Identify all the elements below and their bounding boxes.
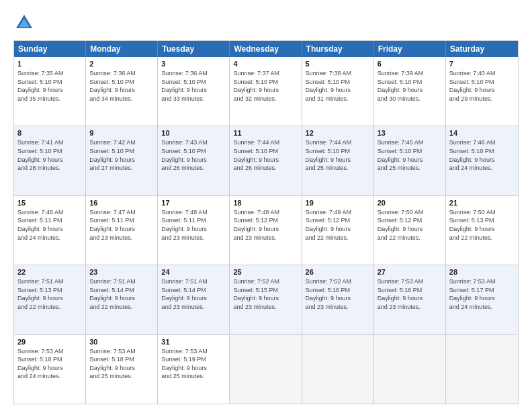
calendar-cell: 5Sunrise: 7:38 AM Sunset: 5:10 PM Daylig… <box>302 57 374 126</box>
day-number: 20 <box>378 199 442 207</box>
day-number: 17 <box>161 199 226 207</box>
calendar-cell: 26Sunrise: 7:52 AM Sunset: 5:16 PM Dayli… <box>302 265 374 334</box>
calendar-cell <box>302 335 374 404</box>
day-info: Sunrise: 7:42 AM Sunset: 5:10 PM Dayligh… <box>89 138 154 172</box>
calendar-cell: 27Sunrise: 7:53 AM Sunset: 5:16 PM Dayli… <box>374 265 446 334</box>
calendar-cell: 15Sunrise: 7:46 AM Sunset: 5:11 PM Dayli… <box>14 196 86 265</box>
calendar-cell: 23Sunrise: 7:51 AM Sunset: 5:14 PM Dayli… <box>86 265 158 334</box>
calendar-header-cell: Wednesday <box>230 41 302 57</box>
day-number: 22 <box>17 268 82 276</box>
day-info: Sunrise: 7:53 AM Sunset: 5:18 PM Dayligh… <box>17 347 82 381</box>
day-number: 24 <box>161 268 226 276</box>
calendar-cell: 1Sunrise: 7:35 AM Sunset: 5:10 PM Daylig… <box>14 57 86 126</box>
day-number: 26 <box>306 268 370 276</box>
calendar-cell: 24Sunrise: 7:51 AM Sunset: 5:14 PM Dayli… <box>158 265 230 334</box>
logo <box>13 12 38 34</box>
calendar-header-cell: Sunday <box>14 41 86 57</box>
day-number: 27 <box>378 268 442 276</box>
day-info: Sunrise: 7:36 AM Sunset: 5:10 PM Dayligh… <box>161 69 226 103</box>
calendar: SundayMondayTuesdayWednesdayThursdayFrid… <box>13 40 519 404</box>
calendar-cell: 8Sunrise: 7:41 AM Sunset: 5:10 PM Daylig… <box>14 126 86 195</box>
calendar-cell: 21Sunrise: 7:50 AM Sunset: 5:13 PM Dayli… <box>446 196 518 265</box>
calendar-week: 1Sunrise: 7:35 AM Sunset: 5:10 PM Daylig… <box>14 57 518 126</box>
day-number: 19 <box>306 199 370 207</box>
day-number: 16 <box>89 199 154 207</box>
day-number: 2 <box>89 60 154 68</box>
day-info: Sunrise: 7:46 AM Sunset: 5:11 PM Dayligh… <box>17 208 82 242</box>
day-info: Sunrise: 7:35 AM Sunset: 5:10 PM Dayligh… <box>17 69 82 103</box>
calendar-cell: 31Sunrise: 7:53 AM Sunset: 5:19 PM Dayli… <box>158 335 230 404</box>
calendar-cell: 3Sunrise: 7:36 AM Sunset: 5:10 PM Daylig… <box>158 57 230 126</box>
page: SundayMondayTuesdayWednesdayThursdayFrid… <box>0 0 532 411</box>
calendar-week: 15Sunrise: 7:46 AM Sunset: 5:11 PM Dayli… <box>14 195 518 265</box>
calendar-cell <box>446 335 518 404</box>
day-number: 7 <box>449 60 515 68</box>
calendar-cell: 9Sunrise: 7:42 AM Sunset: 5:10 PM Daylig… <box>86 126 158 195</box>
day-info: Sunrise: 7:37 AM Sunset: 5:10 PM Dayligh… <box>233 69 298 103</box>
day-number: 4 <box>233 60 298 68</box>
calendar-cell: 18Sunrise: 7:48 AM Sunset: 5:12 PM Dayli… <box>230 196 302 265</box>
header <box>13 12 519 34</box>
calendar-cell: 22Sunrise: 7:51 AM Sunset: 5:13 PM Dayli… <box>14 265 86 334</box>
calendar-cell: 4Sunrise: 7:37 AM Sunset: 5:10 PM Daylig… <box>230 57 302 126</box>
day-info: Sunrise: 7:51 AM Sunset: 5:13 PM Dayligh… <box>17 277 82 311</box>
day-number: 6 <box>378 60 442 68</box>
calendar-header-cell: Tuesday <box>158 41 230 57</box>
day-info: Sunrise: 7:52 AM Sunset: 5:15 PM Dayligh… <box>233 277 298 311</box>
day-info: Sunrise: 7:39 AM Sunset: 5:10 PM Dayligh… <box>378 69 442 103</box>
calendar-cell: 28Sunrise: 7:53 AM Sunset: 5:17 PM Dayli… <box>446 265 518 334</box>
day-number: 28 <box>449 268 515 276</box>
calendar-cell: 25Sunrise: 7:52 AM Sunset: 5:15 PM Dayli… <box>230 265 302 334</box>
calendar-cell: 20Sunrise: 7:50 AM Sunset: 5:12 PM Dayli… <box>374 196 446 265</box>
calendar-header-cell: Saturday <box>446 41 518 57</box>
day-number: 1 <box>17 60 82 68</box>
day-info: Sunrise: 7:36 AM Sunset: 5:10 PM Dayligh… <box>89 69 154 103</box>
day-number: 10 <box>161 129 226 137</box>
logo-icon <box>13 12 35 34</box>
day-info: Sunrise: 7:48 AM Sunset: 5:11 PM Dayligh… <box>161 208 226 242</box>
calendar-header-cell: Thursday <box>302 41 374 57</box>
day-info: Sunrise: 7:53 AM Sunset: 5:17 PM Dayligh… <box>449 277 515 311</box>
calendar-cell: 2Sunrise: 7:36 AM Sunset: 5:10 PM Daylig… <box>86 57 158 126</box>
day-number: 3 <box>161 60 226 68</box>
day-info: Sunrise: 7:49 AM Sunset: 5:12 PM Dayligh… <box>306 208 370 242</box>
calendar-cell: 17Sunrise: 7:48 AM Sunset: 5:11 PM Dayli… <box>158 196 230 265</box>
calendar-header-cell: Friday <box>374 41 446 57</box>
day-number: 5 <box>306 60 370 68</box>
day-number: 25 <box>233 268 298 276</box>
calendar-cell: 30Sunrise: 7:53 AM Sunset: 5:18 PM Dayli… <box>86 335 158 404</box>
day-number: 8 <box>17 129 82 137</box>
day-number: 21 <box>449 199 515 207</box>
day-number: 9 <box>89 129 154 137</box>
day-info: Sunrise: 7:53 AM Sunset: 5:18 PM Dayligh… <box>89 347 154 381</box>
calendar-cell: 16Sunrise: 7:47 AM Sunset: 5:11 PM Dayli… <box>86 196 158 265</box>
calendar-cell: 13Sunrise: 7:45 AM Sunset: 5:10 PM Dayli… <box>374 126 446 195</box>
day-info: Sunrise: 7:40 AM Sunset: 5:10 PM Dayligh… <box>449 69 515 103</box>
day-info: Sunrise: 7:51 AM Sunset: 5:14 PM Dayligh… <box>89 277 154 311</box>
day-info: Sunrise: 7:53 AM Sunset: 5:16 PM Dayligh… <box>378 277 442 311</box>
calendar-cell: 14Sunrise: 7:46 AM Sunset: 5:10 PM Dayli… <box>446 126 518 195</box>
day-info: Sunrise: 7:47 AM Sunset: 5:11 PM Dayligh… <box>89 208 154 242</box>
calendar-cell <box>230 335 302 404</box>
calendar-cell: 29Sunrise: 7:53 AM Sunset: 5:18 PM Dayli… <box>14 335 86 404</box>
calendar-cell: 10Sunrise: 7:43 AM Sunset: 5:10 PM Dayli… <box>158 126 230 195</box>
day-info: Sunrise: 7:48 AM Sunset: 5:12 PM Dayligh… <box>233 208 298 242</box>
calendar-cell: 11Sunrise: 7:44 AM Sunset: 5:10 PM Dayli… <box>230 126 302 195</box>
day-info: Sunrise: 7:51 AM Sunset: 5:14 PM Dayligh… <box>161 277 226 311</box>
day-info: Sunrise: 7:50 AM Sunset: 5:13 PM Dayligh… <box>449 208 515 242</box>
calendar-week: 29Sunrise: 7:53 AM Sunset: 5:18 PM Dayli… <box>14 334 518 404</box>
day-info: Sunrise: 7:45 AM Sunset: 5:10 PM Dayligh… <box>378 138 442 172</box>
calendar-cell: 7Sunrise: 7:40 AM Sunset: 5:10 PM Daylig… <box>446 57 518 126</box>
day-number: 18 <box>233 199 298 207</box>
day-number: 12 <box>306 129 370 137</box>
day-number: 13 <box>378 129 442 137</box>
calendar-cell <box>374 335 446 404</box>
day-info: Sunrise: 7:41 AM Sunset: 5:10 PM Dayligh… <box>17 138 82 172</box>
calendar-header: SundayMondayTuesdayWednesdayThursdayFrid… <box>14 41 518 57</box>
day-info: Sunrise: 7:38 AM Sunset: 5:10 PM Dayligh… <box>306 69 370 103</box>
calendar-body: 1Sunrise: 7:35 AM Sunset: 5:10 PM Daylig… <box>14 57 518 404</box>
calendar-cell: 19Sunrise: 7:49 AM Sunset: 5:12 PM Dayli… <box>302 196 374 265</box>
day-number: 29 <box>17 338 82 346</box>
calendar-week: 8Sunrise: 7:41 AM Sunset: 5:10 PM Daylig… <box>14 126 518 195</box>
day-info: Sunrise: 7:52 AM Sunset: 5:16 PM Dayligh… <box>306 277 370 311</box>
